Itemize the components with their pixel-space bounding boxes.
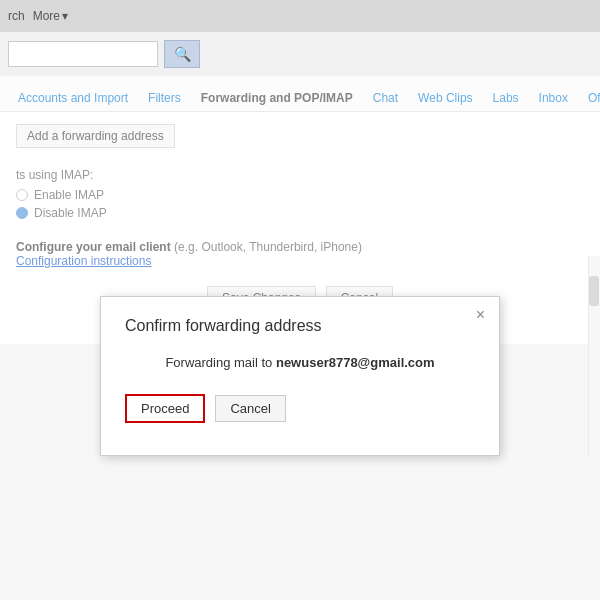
search-label: rch [8, 9, 25, 23]
modal-dialog: × Confirm forwarding address Forwarding … [100, 296, 500, 456]
content-area: Accounts and Import Filters Forwarding a… [0, 76, 600, 344]
modal-actions: Proceed Cancel [125, 394, 475, 423]
modal-overlay: × Confirm forwarding address Forwarding … [0, 76, 600, 600]
search-input[interactable] [8, 41, 158, 67]
modal-body-prefix: Forwarding mail to [165, 355, 276, 370]
proceed-button[interactable]: Proceed [125, 394, 205, 423]
more-label: More [33, 9, 60, 23]
top-bar: rch More ▾ [0, 0, 600, 32]
search-button[interactable]: 🔍 [164, 40, 200, 68]
modal-close-button[interactable]: × [476, 307, 485, 323]
modal-email: newuser8778@gmail.com [276, 355, 435, 370]
modal-title: Confirm forwarding address [125, 317, 475, 335]
more-menu[interactable]: More ▾ [33, 9, 68, 23]
search-icon: 🔍 [174, 46, 191, 62]
modal-body: Forwarding mail to newuser8778@gmail.com [125, 355, 475, 370]
more-arrow-icon: ▾ [62, 9, 68, 23]
search-row: 🔍 [0, 32, 600, 76]
cancel-modal-button[interactable]: Cancel [215, 395, 285, 422]
